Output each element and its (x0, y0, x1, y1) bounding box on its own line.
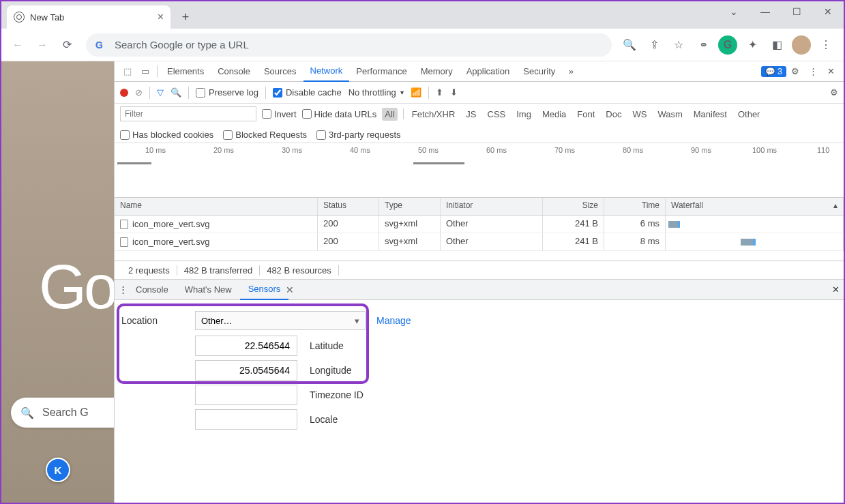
drawer-menu-icon[interactable]: ⋮ (119, 284, 128, 295)
settings-gear-icon[interactable]: ⚙ (786, 63, 804, 80)
google-icon: G (95, 40, 106, 50)
tab-network[interactable]: Network (303, 61, 350, 82)
latitude-label: Latitude (310, 340, 344, 351)
third-party-checkbox[interactable]: 3rd-party requests (316, 130, 401, 140)
tab-sources[interactable]: Sources (257, 61, 303, 82)
invert-checkbox[interactable]: Invert (262, 109, 297, 119)
browser-toolbar: ← → ⟳ G Search Google or type a URL 🔍 ⇪ … (1, 29, 844, 61)
filter-type-manifest[interactable]: Manifest (691, 108, 730, 121)
share-icon[interactable]: ⇪ (644, 35, 664, 55)
col-waterfall[interactable]: Waterfall▴ (666, 198, 844, 215)
close-window-icon[interactable]: ✕ (812, 1, 844, 22)
location-label: Location (121, 315, 195, 326)
grammarly-extension-icon[interactable]: G (718, 35, 737, 55)
record-button[interactable] (120, 89, 128, 97)
network-table-header: Name Status Type Initiator Size Time Wat… (115, 198, 844, 216)
filter-type-fetch[interactable]: Fetch/XHR (409, 108, 458, 121)
drawer-tab-console[interactable]: Console (128, 280, 177, 300)
location-select[interactable]: Other… (195, 311, 366, 330)
back-button[interactable]: ← (7, 34, 29, 56)
minimize-icon[interactable]: — (750, 1, 781, 22)
new-tab-button[interactable]: + (176, 8, 195, 27)
tab-elements[interactable]: Elements (160, 61, 211, 82)
close-tab-icon[interactable]: × (158, 11, 164, 23)
tab-memory[interactable]: Memory (414, 61, 460, 82)
filter-type-media[interactable]: Media (539, 108, 569, 121)
filter-type-js[interactable]: JS (463, 108, 479, 121)
shortcut-badge[interactable]: K (46, 458, 70, 482)
network-conditions-icon[interactable]: 📶 (411, 87, 421, 98)
filter-type-img[interactable]: Img (514, 108, 534, 121)
has-blocked-cookies-checkbox[interactable]: Has blocked cookies (120, 130, 213, 140)
network-settings-icon[interactable]: ⚙ (830, 87, 838, 98)
filter-type-other[interactable]: Other (735, 108, 763, 121)
timezone-input[interactable] (195, 385, 297, 405)
close-drawer-icon[interactable]: ✕ (832, 284, 840, 295)
col-type[interactable]: Type (379, 198, 441, 215)
filter-type-all[interactable]: All (382, 108, 397, 121)
manage-link[interactable]: Manage (376, 315, 411, 326)
side-panel-icon[interactable]: ◧ (767, 35, 786, 55)
profile-avatar[interactable] (792, 35, 811, 55)
col-name[interactable]: Name (115, 198, 318, 215)
file-icon (120, 237, 128, 247)
more-tabs-icon[interactable]: » (562, 63, 580, 80)
import-har-icon[interactable]: ⬆ (436, 87, 443, 98)
chevron-down-icon[interactable]: ⌄ (718, 1, 750, 22)
drawer-tabs: ⋮ Console What's New Sensors ✕ ✕ (115, 280, 844, 300)
tab-security[interactable]: Security (516, 61, 562, 82)
filter-type-css[interactable]: CSS (485, 108, 509, 121)
ntp-search-box[interactable]: 🔍 Search G (11, 398, 114, 428)
export-har-icon[interactable]: ⬇ (450, 87, 458, 98)
maximize-icon[interactable]: ☐ (781, 1, 812, 22)
devtools-menu-icon[interactable]: ⋮ (804, 63, 822, 80)
close-devtools-icon[interactable]: ✕ (822, 63, 840, 80)
tab-performance[interactable]: Performance (349, 61, 413, 82)
inspect-element-icon[interactable]: ⬚ (119, 63, 136, 80)
latitude-input[interactable] (195, 336, 297, 356)
col-size[interactable]: Size (543, 198, 604, 215)
clear-button[interactable]: ⊘ (135, 87, 143, 98)
locale-label: Locale (310, 414, 338, 425)
locale-input[interactable] (195, 409, 297, 430)
browser-menu-icon[interactable]: ⋮ (816, 35, 835, 55)
filter-type-ws[interactable]: WS (629, 108, 649, 121)
search-icon[interactable]: 🔍 (171, 87, 181, 98)
browser-tab[interactable]: New Tab × (7, 5, 171, 29)
blocked-requests-checkbox[interactable]: Blocked Requests (223, 130, 307, 140)
filter-type-doc[interactable]: Doc (603, 108, 624, 121)
device-toolbar-icon[interactable]: ▭ (136, 63, 154, 80)
longitude-input[interactable] (195, 360, 297, 381)
filter-input[interactable] (120, 106, 256, 121)
chrome-favicon-icon (14, 12, 25, 23)
reload-button[interactable]: ⟳ (56, 34, 78, 56)
network-toolbar: ⊘ ▽ 🔍 Preserve log Disable cache No thro… (115, 82, 844, 104)
preserve-log-checkbox[interactable]: Preserve log (196, 87, 258, 98)
request-row[interactable]: icon_more_vert.svg 200 svg+xml Other 241… (115, 216, 844, 233)
drawer-tab-sensors[interactable]: Sensors (240, 280, 289, 300)
col-time[interactable]: Time (604, 198, 666, 215)
drawer-tab-whatsnew[interactable]: What's New (177, 280, 240, 300)
col-initiator[interactable]: Initiator (441, 198, 543, 215)
throttling-select[interactable]: No throttling (349, 87, 404, 98)
tab-console[interactable]: Console (211, 61, 257, 82)
forward-button[interactable]: → (31, 34, 53, 56)
request-row[interactable]: icon_more_vert.svg 200 svg+xml Other 241… (115, 233, 844, 251)
filter-funnel-icon[interactable]: ▽ (157, 87, 164, 98)
network-timeline[interactable]: 10 ms 20 ms 30 ms 40 ms 50 ms 60 ms 70 m… (115, 143, 844, 198)
issues-badge[interactable]: 💬 3 (761, 66, 786, 77)
zoom-icon[interactable]: 🔍 (620, 35, 639, 55)
address-bar[interactable]: G Search Google or type a URL (86, 33, 612, 57)
close-drawer-tab-icon[interactable]: ✕ (286, 284, 294, 295)
col-status[interactable]: Status (318, 198, 379, 215)
file-icon (120, 220, 128, 229)
filter-type-font[interactable]: Font (574, 108, 597, 121)
tab-application[interactable]: Application (460, 61, 517, 82)
ntp-search-placeholder: Search G (42, 406, 89, 419)
hide-data-urls-checkbox[interactable]: Hide data URLs (302, 109, 377, 119)
extension-chain-icon[interactable]: ⚭ (694, 35, 713, 55)
bookmark-star-icon[interactable]: ☆ (669, 35, 688, 55)
disable-cache-checkbox[interactable]: Disable cache (273, 87, 342, 98)
extensions-puzzle-icon[interactable]: ✦ (743, 35, 762, 55)
filter-type-wasm[interactable]: Wasm (655, 108, 685, 121)
